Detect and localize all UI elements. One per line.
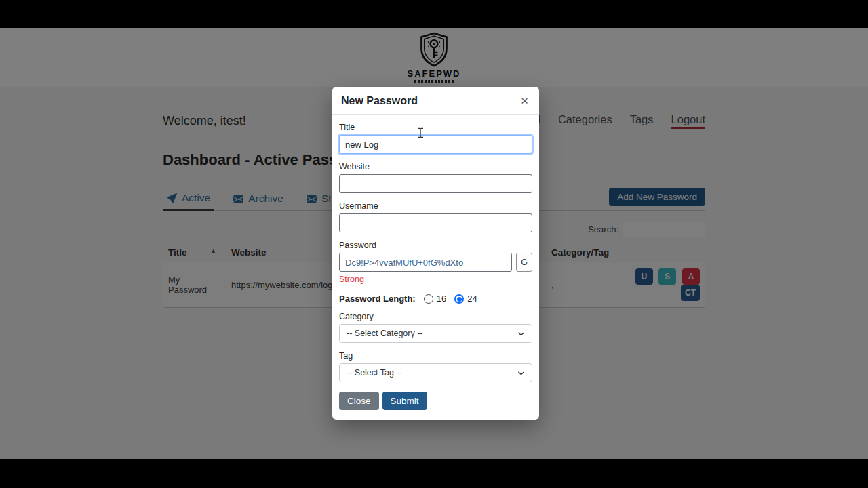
username-label: Username — [339, 201, 532, 211]
chevron-down-icon — [517, 330, 525, 338]
category-label: Category — [339, 312, 532, 321]
new-password-modal: New Password × Title Website Username Pa… — [332, 87, 539, 420]
category-select-value: -- Select Category -- — [347, 329, 423, 338]
modal-close-button[interactable]: Close — [339, 392, 379, 410]
modal-submit-button[interactable]: Submit — [382, 392, 427, 410]
generate-password-button[interactable]: G — [516, 253, 532, 272]
password-label: Password — [339, 241, 532, 250]
length-16-label: 16 — [437, 293, 446, 304]
radio-unchecked-icon — [424, 294, 433, 304]
password-input[interactable] — [339, 253, 512, 272]
close-icon[interactable]: × — [521, 94, 528, 107]
radio-checked-icon — [454, 294, 464, 304]
modal-body: Title Website Username Password G Strong — [332, 115, 539, 420]
length-24-radio[interactable]: 24 — [454, 293, 477, 304]
app-page: SAFEPWD Welcome, itest! Dashboard Catego… — [0, 28, 868, 459]
category-select[interactable]: -- Select Category -- — [339, 324, 532, 343]
tag-label: Tag — [339, 351, 532, 361]
password-length-label: Password Length: — [339, 293, 416, 304]
website-label: Website — [339, 162, 532, 171]
title-label: Title — [339, 123, 532, 132]
password-length-row: Password Length: 16 24 — [339, 293, 532, 304]
length-24-label: 24 — [467, 293, 477, 304]
tag-select[interactable]: -- Select Tag -- — [339, 363, 532, 382]
chevron-down-icon — [517, 369, 525, 377]
length-16-radio[interactable]: 16 — [424, 293, 446, 304]
modal-header: New Password × — [332, 87, 539, 115]
website-input[interactable] — [339, 174, 532, 193]
modal-title: New Password — [341, 95, 418, 107]
password-strength-label: Strong — [339, 274, 532, 284]
username-input[interactable] — [339, 214, 532, 232]
tag-select-value: -- Select Tag -- — [347, 368, 402, 378]
title-input[interactable] — [339, 135, 532, 154]
